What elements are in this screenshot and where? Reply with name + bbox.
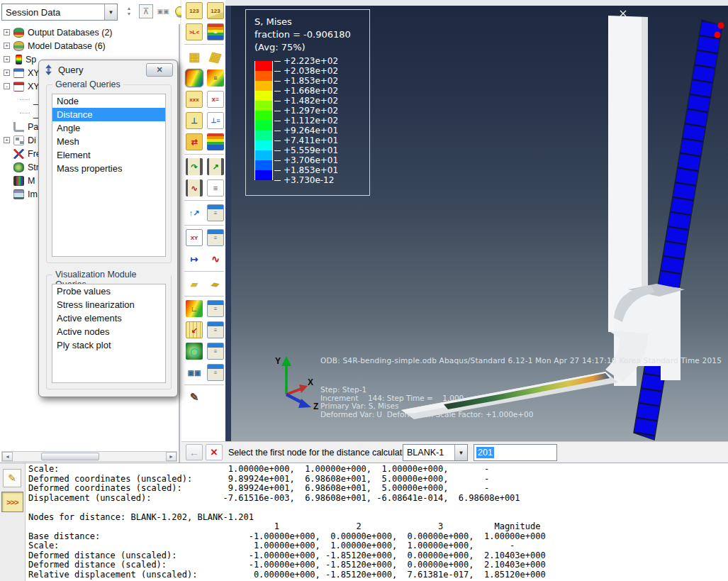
tree-item[interactable]: +Output Databases (2) <box>0 26 179 39</box>
probe-annotate-icon[interactable]: ✎ <box>186 389 203 406</box>
view-cut-options-icon[interactable]: ≡ <box>207 300 224 317</box>
overlay-options-icon[interactable]: ≡ <box>207 364 224 381</box>
query-item-ply-stack-plot[interactable]: Ply stack plot <box>52 338 165 352</box>
ply-stack-plot-icon[interactable]: ▰ <box>186 275 203 292</box>
tree-item-label: M <box>28 176 35 186</box>
query-item-distance[interactable]: Distance <box>52 108 165 121</box>
multiple-plot-state-icon[interactable]: ⇄ <box>186 133 203 150</box>
selected-node-marker <box>715 32 721 38</box>
xy-options-icon[interactable]: ≡ <box>207 229 224 246</box>
message-log-text[interactable]: Scale: 1.00000e+000, 1.00000e+000, 1.000… <box>28 465 546 580</box>
node-id-input[interactable]: 201 <box>474 444 557 461</box>
result-stack-icon[interactable] <box>207 133 224 150</box>
expander-icon[interactable]: + <box>4 43 10 49</box>
query-item-mass-properties[interactable]: Mass properties <box>52 162 165 175</box>
expander-icon[interactable]: + <box>4 29 10 35</box>
query-item-active-elements[interactable]: Active elements <box>52 311 165 325</box>
legend-value: +1.668e+02 <box>284 86 338 96</box>
tree-scope-combo[interactable]: Session Data ▼ <box>1 4 118 21</box>
legend-swatch <box>254 170 273 180</box>
expander-icon[interactable]: + <box>4 56 10 62</box>
general-queries-list[interactable]: NodeDistanceAngleMeshElementMass propert… <box>52 94 166 257</box>
tree-item-label: Str <box>28 162 39 172</box>
symbol-options-icon[interactable]: x≡ <box>207 91 224 108</box>
query-item-probe-values[interactable]: Probe values <box>52 284 165 298</box>
field-output-icon[interactable]: 123 <box>207 2 224 19</box>
legend-swatch <box>254 111 273 121</box>
multiple-plot-state-glyph: ⇄ <box>191 138 197 147</box>
create-xy-data-icon[interactable]: XY <box>186 229 203 246</box>
viz-queries-list[interactable]: Probe valuesStress linearizationActive e… <box>52 284 166 383</box>
stress-linearization-options-glyph: ≡ <box>214 327 218 333</box>
contour-legend: S, Mises fraction = -0.906180 (Avg: 75%)… <box>245 9 370 196</box>
legend-tick <box>274 61 281 62</box>
view-cut-icon[interactable]: ∟ <box>186 300 203 317</box>
query-dialog-titlebar[interactable]: Query ✕ <box>39 60 177 79</box>
free-body-options-icon[interactable]: ≡ <box>207 204 224 221</box>
plot-deformed-icon[interactable]: ▦ <box>207 48 224 65</box>
overlay-plot-icon[interactable]: ▣▣ <box>186 364 203 381</box>
expander-icon[interactable]: + <box>4 70 10 76</box>
contour-options-icon[interactable]: ≡ <box>207 70 224 87</box>
result-options-glyph: ≡ <box>213 28 217 35</box>
query-item-active-nodes[interactable]: Active nodes <box>52 325 165 338</box>
back-icon[interactable]: ← <box>186 444 203 460</box>
create-path-icon[interactable]: ↦ <box>186 250 203 267</box>
query-item-mesh[interactable]: Mesh <box>52 135 165 148</box>
section-points-glyph: >L< <box>189 29 199 35</box>
query-item-stress-linearization[interactable]: Stress linearization <box>52 298 165 311</box>
xy-plot-icon[interactable]: ∿ <box>207 250 224 267</box>
legend-swatch <box>254 121 273 131</box>
animate-time-history-icon[interactable]: ↷ <box>186 158 203 175</box>
tree-item[interactable]: +Model Database (6) <box>0 39 179 52</box>
frame-selector-icon[interactable]: 123 <box>186 2 203 19</box>
query-item-angle[interactable]: Angle <box>52 121 165 135</box>
toolbox-separator <box>184 296 224 297</box>
state-annotation: Step: Step-1 Increment 144: Step Time = … <box>320 386 533 419</box>
result-options-icon[interactable]: ≡ <box>207 23 224 40</box>
selected-node-marker <box>718 23 724 29</box>
stress-linearization-icon[interactable]: ↙ <box>186 321 203 338</box>
viewport-canvas[interactable]: Y X Z S, Mises fraction = -0.906180 (Avg… <box>231 6 728 441</box>
tree-hscrollbar[interactable]: ◄ ► <box>1 451 177 462</box>
legend-value: +7.411e+01 <box>284 135 338 145</box>
scroll-right-icon[interactable]: ► <box>166 452 177 461</box>
chevron-down-icon[interactable]: ▼ <box>104 4 117 20</box>
link-objects-icon[interactable]: ▣▣ <box>156 4 170 18</box>
expander-icon[interactable]: - <box>4 83 10 89</box>
updown-spinner-icon[interactable]: ▲▼ <box>122 4 136 18</box>
query-item-node[interactable]: Node <box>52 94 165 108</box>
free-body-cut-icon[interactable]: ↑↗ <box>186 204 203 221</box>
frame-selector-glyph: 123 <box>189 8 198 14</box>
stream-icon <box>13 162 24 172</box>
query-item-element[interactable]: Element <box>52 148 165 162</box>
scroll-left-icon[interactable]: ◄ <box>2 452 13 461</box>
folder-up-icon[interactable]: ⊼ <box>139 4 153 18</box>
ply-stack-options-icon[interactable]: ▰ <box>207 275 224 292</box>
command-line-icon[interactable]: >>> <box>1 492 23 512</box>
message-log-icon[interactable]: ✎ <box>3 469 21 487</box>
chevron-down-icon[interactable]: ▼ <box>454 445 467 460</box>
material-orientation-icon[interactable]: ⊥ <box>186 112 203 129</box>
scroll-thumb[interactable] <box>41 453 99 460</box>
expander-icon[interactable]: + <box>4 137 10 143</box>
animation-options-icon[interactable]: ≡ <box>207 179 224 197</box>
flow-options-icon[interactable]: ≡ <box>207 343 224 360</box>
orientation-options-icon[interactable]: ⊥≡ <box>207 112 224 129</box>
legend-tick <box>274 71 281 72</box>
plot-symbols-icon[interactable]: xxx <box>186 91 203 108</box>
instance-combo[interactable]: BLANK-1 ▼ <box>403 444 468 461</box>
close-icon[interactable]: ✕ <box>146 63 173 77</box>
animate-time-history-glyph: ↷ <box>191 162 197 172</box>
animate-harmonic-icon[interactable]: ∿ <box>186 179 203 197</box>
section-points-icon[interactable]: >L< <box>186 23 203 40</box>
material-flow-icon[interactable]: ◯ <box>186 343 203 360</box>
create-xy-data-glyph: XY <box>191 235 198 241</box>
animate-scale-factor-icon[interactable]: ↗ <box>207 158 224 175</box>
cancel-icon[interactable]: ✕ <box>206 444 223 460</box>
flow-options-glyph: ≡ <box>214 348 218 355</box>
plot-contours-icon[interactable] <box>186 70 203 87</box>
stress-linearization-options-icon[interactable]: ≡ <box>207 321 224 338</box>
odb-icon <box>13 28 24 38</box>
plot-undeformed-icon[interactable]: ▦ <box>186 48 203 65</box>
